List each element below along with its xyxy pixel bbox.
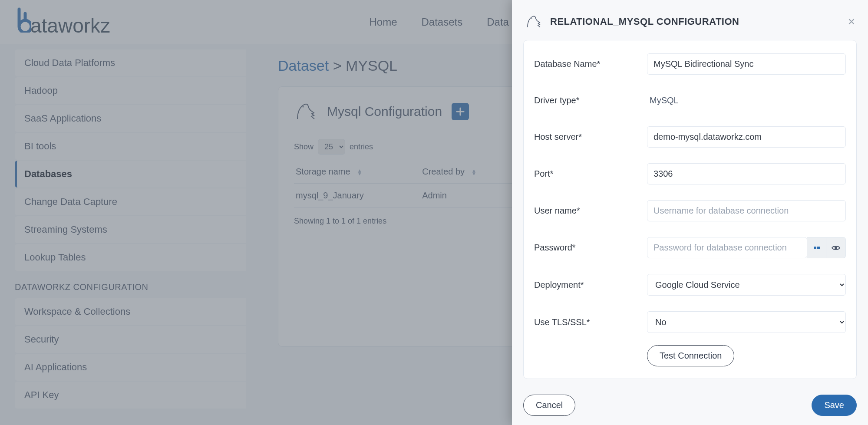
input-user[interactable] bbox=[647, 200, 846, 221]
select-deployment[interactable]: Google Cloud Service bbox=[647, 274, 846, 296]
password-key-icon[interactable] bbox=[807, 237, 827, 258]
input-password[interactable] bbox=[647, 237, 807, 258]
label-tls: Use TLS/SSL* bbox=[534, 317, 647, 327]
input-host[interactable] bbox=[647, 126, 846, 148]
svg-point-2 bbox=[531, 18, 532, 19]
label-port: Port* bbox=[534, 169, 647, 179]
test-connection-button[interactable]: Test Connection bbox=[647, 345, 734, 366]
svg-rect-4 bbox=[817, 247, 820, 249]
mysql-icon bbox=[525, 13, 542, 30]
label-host: Host server* bbox=[534, 132, 647, 142]
svg-rect-3 bbox=[814, 247, 816, 249]
panel-title: RELATIONAL_MYSQL CONFIGURATION bbox=[550, 16, 739, 27]
label-driver: Driver type* bbox=[534, 96, 647, 105]
label-deployment: Deployment* bbox=[534, 280, 647, 290]
label-db-name: Database Name* bbox=[534, 59, 647, 69]
select-tls[interactable]: No bbox=[647, 311, 846, 333]
close-icon[interactable]: × bbox=[848, 15, 855, 29]
label-user: User name* bbox=[534, 206, 647, 216]
password-visibility-icon[interactable] bbox=[826, 237, 846, 258]
config-panel: RELATIONAL_MYSQL CONFIGURATION × Databas… bbox=[512, 0, 868, 425]
label-password: Password* bbox=[534, 243, 647, 253]
save-button[interactable]: Save bbox=[812, 395, 857, 416]
value-driver: MySQL bbox=[647, 90, 846, 111]
input-port[interactable] bbox=[647, 163, 846, 184]
cancel-button[interactable]: Cancel bbox=[523, 395, 575, 416]
svg-point-5 bbox=[835, 247, 837, 249]
input-db-name[interactable] bbox=[647, 53, 846, 75]
